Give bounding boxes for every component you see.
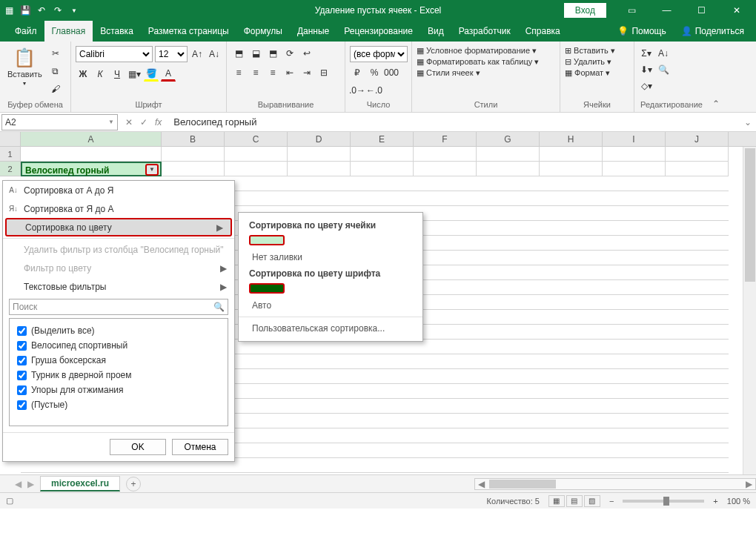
col-header-H[interactable]: H xyxy=(540,132,603,146)
align-center-icon[interactable]: ≡ xyxy=(248,65,263,80)
save-icon[interactable]: 💾 xyxy=(19,4,31,16)
tab-help[interactable]: Справка xyxy=(518,21,568,42)
sort-descending[interactable]: Я↓Сортировка от Я до А xyxy=(3,199,234,218)
find-icon[interactable]: 🔍 xyxy=(656,62,671,77)
align-bottom-icon[interactable]: ⬒ xyxy=(265,46,280,61)
new-sheet-button[interactable]: + xyxy=(126,477,141,491)
tab-review[interactable]: Рецензирование xyxy=(336,21,420,42)
col-header-F[interactable]: F xyxy=(414,132,477,146)
tab-data[interactable]: Данные xyxy=(290,21,336,42)
delete-cells-button[interactable]: ⊟ Удалить ▾ xyxy=(565,57,611,67)
cell-color-swatch[interactable] xyxy=(249,235,285,245)
align-right-icon[interactable]: ≡ xyxy=(265,65,280,80)
tab-formulas[interactable]: Формулы xyxy=(236,21,290,42)
col-header-I[interactable]: I xyxy=(603,132,666,146)
format-as-table-button[interactable]: ▦ Форматировать как таблицу ▾ xyxy=(417,57,539,67)
merge-icon[interactable]: ⊟ xyxy=(316,65,331,80)
ribbon-display-icon[interactable]: ▭ xyxy=(615,0,649,21)
copy-icon[interactable]: ⧉ xyxy=(48,64,63,79)
tab-page-layout[interactable]: Разметка страницы xyxy=(141,21,236,42)
row-header-2[interactable]: 2 xyxy=(0,162,21,176)
tab-developer[interactable]: Разработчик xyxy=(451,21,518,42)
filter-items-list[interactable]: (Выделить все) Велосипед спортивный Груш… xyxy=(9,318,228,426)
expand-formula-icon[interactable]: ⌄ xyxy=(740,117,756,128)
orientation-icon[interactable]: ⟳ xyxy=(282,46,297,61)
redo-icon[interactable]: ↷ xyxy=(52,4,64,16)
enter-formula-icon[interactable]: ✓ xyxy=(140,117,147,128)
select-all-corner[interactable] xyxy=(0,132,21,146)
page-break-view-icon[interactable]: ▧ xyxy=(584,495,600,507)
format-cells-button[interactable]: ▦ Формат ▾ xyxy=(565,68,610,78)
decrease-font-icon[interactable]: A↓ xyxy=(207,47,222,62)
name-box[interactable]: A2▼ xyxy=(1,114,118,130)
zoom-slider[interactable] xyxy=(623,500,704,503)
autosum-icon[interactable]: Σ▾ xyxy=(639,46,654,61)
font-color-icon[interactable]: A xyxy=(161,67,176,82)
font-size-select[interactable]: 12 xyxy=(155,46,188,62)
page-layout-view-icon[interactable]: ▤ xyxy=(566,495,583,507)
zoom-in-icon[interactable]: + xyxy=(713,497,717,506)
align-middle-icon[interactable]: ⬓ xyxy=(248,46,263,61)
col-header-B[interactable]: B xyxy=(162,132,225,146)
increase-indent-icon[interactable]: ⇥ xyxy=(299,65,314,80)
sort-by-color[interactable]: Сортировка по цвету▶ xyxy=(5,218,232,236)
paste-button[interactable]: 📋 Вставить ▾ xyxy=(4,46,45,88)
underline-icon[interactable]: Ч xyxy=(110,67,125,82)
font-family-select[interactable]: Calibri xyxy=(76,46,153,62)
italic-icon[interactable]: К xyxy=(93,67,107,82)
tab-home[interactable]: Главная xyxy=(44,21,93,42)
collapse-ribbon-icon[interactable]: ⌃ xyxy=(709,42,723,112)
next-sheet-icon[interactable]: ▶ xyxy=(27,479,34,489)
format-painter-icon[interactable]: 🖌 xyxy=(48,82,63,96)
filter-search[interactable]: Поиск🔍 xyxy=(9,299,228,315)
undo-icon[interactable]: ↶ xyxy=(36,4,47,16)
currency-icon[interactable]: ₽ xyxy=(350,65,365,80)
cut-icon[interactable]: ✂ xyxy=(48,46,63,61)
sheet-tab[interactable]: microexcel.ru xyxy=(40,476,120,491)
custom-sort-option[interactable]: Пользовательская сортировка... xyxy=(239,320,422,337)
filter-item[interactable]: Груша боксерская xyxy=(17,353,220,368)
col-header-A[interactable]: A xyxy=(21,132,162,146)
col-header-G[interactable]: G xyxy=(477,132,540,146)
cell-A2[interactable]: Велосипед горный ▼ xyxy=(21,162,162,176)
increase-font-icon[interactable]: A↑ xyxy=(190,47,205,62)
filter-dropdown-button[interactable]: ▼ xyxy=(145,164,159,176)
horizontal-scrollbar[interactable]: ◀▶ xyxy=(474,478,756,490)
minimize-icon[interactable]: — xyxy=(650,0,683,21)
ok-button[interactable]: OK xyxy=(110,439,166,455)
col-header-J[interactable]: J xyxy=(666,132,729,146)
tab-file[interactable]: Файл xyxy=(7,21,44,42)
insert-cells-button[interactable]: ⊞ Вставить ▾ xyxy=(565,46,615,56)
filter-item[interactable]: Велосипед спортивный xyxy=(17,338,220,353)
col-header-D[interactable]: D xyxy=(288,132,351,146)
share-button[interactable]: 👤Поделиться xyxy=(675,26,750,36)
number-format-select[interactable]: (все форм xyxy=(350,46,408,62)
col-header-E[interactable]: E xyxy=(351,132,414,146)
fill-color-icon[interactable]: 🪣 xyxy=(144,67,159,82)
comma-icon[interactable]: 000 xyxy=(384,65,399,80)
font-color-swatch[interactable] xyxy=(249,283,285,294)
filter-item[interactable]: Упоры для отжимания xyxy=(17,383,220,397)
normal-view-icon[interactable]: ▦ xyxy=(548,495,565,507)
fx-icon[interactable]: fx xyxy=(155,117,162,128)
border-icon[interactable]: ▦▾ xyxy=(127,67,142,82)
decrease-decimal-icon[interactable]: ←.0 xyxy=(367,83,382,98)
increase-decimal-icon[interactable]: .0→ xyxy=(350,83,365,98)
cancel-formula-icon[interactable]: ✕ xyxy=(125,117,133,128)
maximize-icon[interactable]: ☐ xyxy=(685,0,718,21)
vertical-scrollbar[interactable] xyxy=(743,147,756,474)
col-header-C[interactable]: C xyxy=(225,132,288,146)
row-header-1[interactable]: 1 xyxy=(0,147,21,162)
filter-item[interactable]: (Выделить все) xyxy=(17,323,220,338)
clear-icon[interactable]: ◇▾ xyxy=(639,79,654,93)
text-filters[interactable]: Текстовые фильтры▶ xyxy=(3,277,234,296)
align-left-icon[interactable]: ≡ xyxy=(231,65,246,80)
no-fill-option[interactable]: Нет заливки xyxy=(239,249,422,265)
bold-icon[interactable]: Ж xyxy=(76,67,90,82)
zoom-out-icon[interactable]: − xyxy=(609,497,614,506)
cancel-button[interactable]: Отмена xyxy=(172,439,228,455)
tell-me[interactable]: 💡Помощь xyxy=(611,26,672,36)
wrap-text-icon[interactable]: ↩ xyxy=(299,46,314,61)
record-macro-icon[interactable]: ▢ xyxy=(6,496,13,506)
filter-item[interactable]: Турник в дверной проем xyxy=(17,368,220,383)
